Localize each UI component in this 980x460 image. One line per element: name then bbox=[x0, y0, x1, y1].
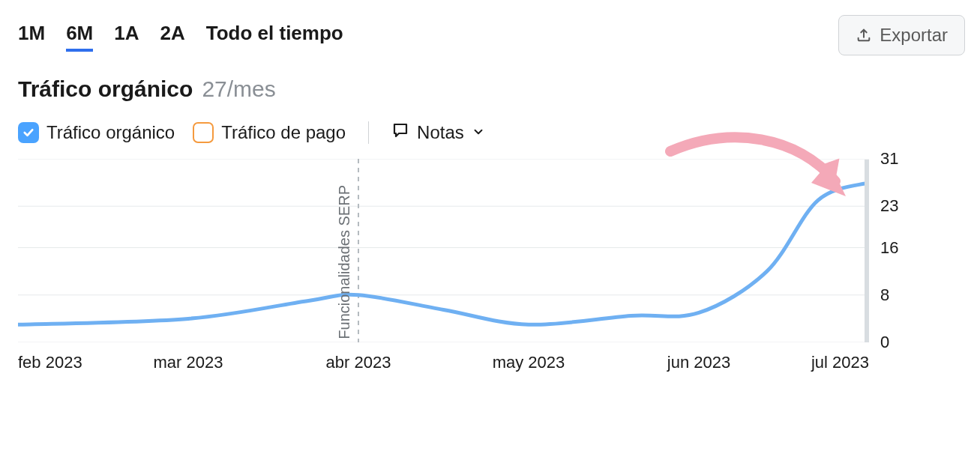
chart-title-value: 27/mes bbox=[202, 76, 275, 102]
y-tick-label: 0 bbox=[880, 333, 889, 352]
notes-dropdown[interactable]: Notas bbox=[391, 121, 485, 144]
legend-paid-traffic[interactable]: Tráfico de pago bbox=[193, 122, 346, 143]
notes-label: Notas bbox=[417, 122, 464, 143]
x-tick-label: mar 2023 bbox=[154, 353, 223, 372]
checkbox-unchecked-icon bbox=[193, 122, 214, 143]
x-tick-label: may 2023 bbox=[493, 353, 565, 372]
tab-1a[interactable]: 1A bbox=[114, 19, 139, 52]
checkbox-checked-icon bbox=[18, 122, 39, 143]
export-label: Exportar bbox=[880, 25, 948, 46]
y-tick-label: 8 bbox=[880, 285, 889, 305]
legend-organic-label: Tráfico orgánico bbox=[46, 122, 175, 143]
x-tick-label: abr 2023 bbox=[326, 353, 391, 372]
export-button[interactable]: Exportar bbox=[838, 15, 965, 55]
chart-title-row: Tráfico orgánico 27/mes bbox=[18, 76, 965, 102]
tab-2a[interactable]: 2A bbox=[160, 19, 185, 52]
chart-right-edge bbox=[865, 160, 869, 342]
chart-title: Tráfico orgánico bbox=[18, 76, 193, 102]
upload-icon bbox=[856, 27, 872, 43]
y-tick-label: 16 bbox=[880, 238, 898, 258]
tab-all-time[interactable]: Todo el tiempo bbox=[206, 19, 343, 52]
legend-organic-traffic[interactable]: Tráfico orgánico bbox=[18, 122, 175, 143]
tab-6m[interactable]: 6M bbox=[66, 19, 93, 52]
legend-paid-label: Tráfico de pago bbox=[221, 122, 346, 143]
separator bbox=[368, 121, 369, 144]
x-tick-label: feb 2023 bbox=[18, 353, 82, 372]
y-tick-label: 23 bbox=[880, 196, 898, 216]
time-range-tabs: 1M 6M 1A 2A Todo el tiempo bbox=[18, 19, 343, 52]
tab-1m[interactable]: 1M bbox=[18, 19, 45, 52]
y-tick-label: 31 bbox=[880, 149, 898, 169]
x-tick-label: jul 2023 bbox=[811, 353, 869, 372]
comment-icon bbox=[391, 121, 409, 144]
traffic-chart: Funcionalidades SERP 08162331 feb 2023ma… bbox=[18, 159, 963, 374]
chevron-down-icon bbox=[472, 122, 485, 143]
x-tick-label: jun 2023 bbox=[667, 353, 730, 372]
annotation-serp-label: Funcionalidades SERP bbox=[336, 185, 353, 339]
